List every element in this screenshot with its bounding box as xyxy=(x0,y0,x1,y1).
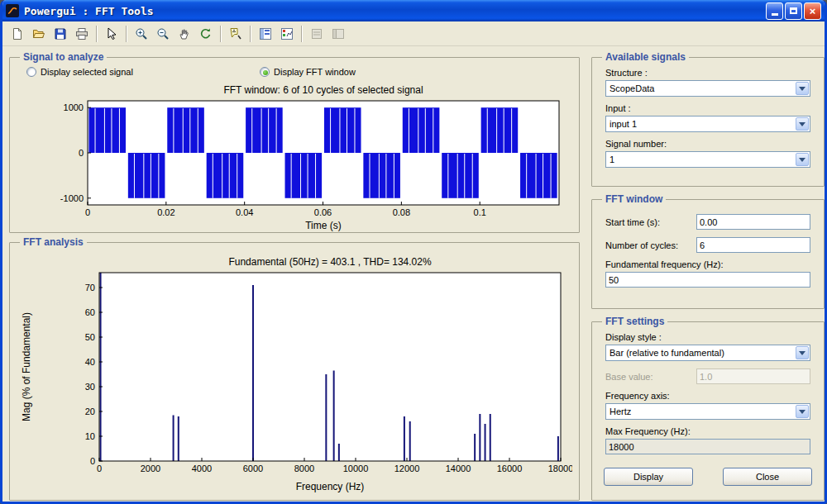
data-cursor-icon xyxy=(229,27,242,40)
svg-text:0: 0 xyxy=(97,464,102,473)
title-bar: Powergui : FFT Tools × xyxy=(2,0,825,21)
new-document-icon xyxy=(11,27,24,40)
matlab-figure-icon xyxy=(6,4,19,17)
chevron-down-icon xyxy=(796,82,809,95)
display-selected-signal-label: Display selected signal xyxy=(41,67,133,77)
signal-number-dropdown[interactable]: 1 xyxy=(605,151,810,168)
plot-browser-button[interactable] xyxy=(277,24,297,43)
pan-button[interactable] xyxy=(174,24,194,43)
svg-text:0.08: 0.08 xyxy=(393,207,410,217)
base-value-label: Base value: xyxy=(605,372,653,382)
signal-to-analyze-group: Signal to analyze Display selected signa… xyxy=(9,51,580,233)
svg-text:1000: 1000 xyxy=(64,102,84,112)
start-time-label: Start time (s): xyxy=(605,217,660,227)
fft-settings-group: FFT settings Display style : Bar (relati… xyxy=(591,316,825,501)
svg-text:4000: 4000 xyxy=(192,464,212,473)
print-button[interactable] xyxy=(72,24,92,43)
structure-dropdown-value: ScopeData xyxy=(609,83,654,93)
svg-text:Frequency (Hz): Frequency (Hz) xyxy=(296,481,365,492)
fft-settings-title: FFT settings xyxy=(602,316,667,327)
toolbar-separator xyxy=(301,26,303,42)
display-button[interactable]: Display xyxy=(604,468,693,486)
input-label: Input : xyxy=(605,103,810,113)
plot-tools-button xyxy=(328,24,348,43)
open-file-button[interactable] xyxy=(29,24,49,43)
minimize-icon xyxy=(772,13,778,16)
svg-text:10000: 10000 xyxy=(343,464,369,473)
structure-dropdown[interactable]: ScopeData xyxy=(605,80,810,97)
cursor-arrow-icon xyxy=(105,27,118,40)
minimize-button[interactable] xyxy=(766,2,783,20)
display-style-dropdown[interactable]: Bar (relative to fundamental) xyxy=(605,345,810,361)
svg-text:40: 40 xyxy=(85,357,95,367)
base-value-input xyxy=(696,368,810,384)
toolbar-separator xyxy=(220,26,222,42)
plot-tools-icon xyxy=(332,27,345,40)
fft-window-title: FFT window xyxy=(602,193,666,205)
zoom-out-button[interactable] xyxy=(153,24,173,43)
signal-number-label: Signal number: xyxy=(605,139,810,149)
svg-text:0: 0 xyxy=(90,456,95,466)
input-dropdown[interactable]: input 1 xyxy=(605,116,810,132)
printer-icon xyxy=(75,27,88,40)
save-button[interactable] xyxy=(50,24,70,43)
floppy-disk-icon xyxy=(54,27,67,40)
display-fft-window-radio[interactable]: Display FFT window xyxy=(260,67,356,77)
pointer-tool-button[interactable] xyxy=(102,24,122,43)
fundamental-frequency-input[interactable] xyxy=(605,272,810,288)
spectrum-plot: Fundamental (50Hz) = 403.1 , THD= 134.02… xyxy=(17,250,572,494)
maximize-button[interactable] xyxy=(785,2,802,20)
svg-text:16000: 16000 xyxy=(497,464,523,473)
svg-text:0.06: 0.06 xyxy=(314,207,332,217)
svg-text:50: 50 xyxy=(85,332,95,342)
svg-text:Time (s): Time (s) xyxy=(305,220,342,231)
frequency-axis-dropdown[interactable]: Hertz xyxy=(605,403,810,420)
frequency-axis-label: Frequency axis: xyxy=(605,391,810,401)
fundamental-frequency-label: Fundamental frequency (Hz): xyxy=(605,259,810,269)
svg-text:10: 10 xyxy=(85,431,95,441)
display-style-label: Display style : xyxy=(605,332,810,342)
fft-analysis-title: FFT analysis xyxy=(20,236,87,248)
svg-text:60: 60 xyxy=(85,307,95,317)
window-icon xyxy=(6,4,21,17)
close-button[interactable]: Close xyxy=(723,468,812,486)
plot-browser-icon xyxy=(280,27,294,40)
svg-text:30: 30 xyxy=(85,382,95,392)
radio-unchecked-icon xyxy=(26,67,36,77)
svg-text:14000: 14000 xyxy=(446,464,471,473)
number-of-cycles-input[interactable] xyxy=(696,237,810,253)
svg-text:Mag (% of Fundamental): Mag (% of Fundamental) xyxy=(21,312,32,421)
new-file-button[interactable] xyxy=(7,24,27,43)
max-frequency-label: Max Frequency (Hz): xyxy=(605,426,810,436)
display-style-dropdown-value: Bar (relative to fundamental) xyxy=(609,348,724,358)
fft-analysis-group: FFT analysis Fundamental (50Hz) = 403.1 … xyxy=(9,236,580,501)
svg-text:0: 0 xyxy=(85,207,90,217)
svg-text:-1000: -1000 xyxy=(60,193,84,203)
svg-text:6000: 6000 xyxy=(243,464,263,473)
open-folder-icon xyxy=(32,27,45,40)
maximize-icon xyxy=(790,7,797,14)
close-window-button[interactable]: × xyxy=(804,2,821,20)
chevron-down-icon xyxy=(796,346,809,359)
display-fft-window-label: Display FFT window xyxy=(274,67,356,77)
max-frequency-input[interactable] xyxy=(605,439,810,454)
figure-palette-button[interactable] xyxy=(256,24,275,43)
svg-text:12000: 12000 xyxy=(394,464,420,473)
number-of-cycles-label: Number of cycles: xyxy=(605,240,678,250)
powergui-fft-tools-window: Powergui : FFT Tools × xyxy=(0,0,827,504)
property-editor-icon xyxy=(310,27,323,40)
signal-to-analyze-title: Signal to analyze xyxy=(20,51,107,63)
display-selected-signal-radio[interactable]: Display selected signal xyxy=(26,67,133,77)
svg-text:18000: 18000 xyxy=(548,464,572,473)
svg-text:20: 20 xyxy=(85,407,95,416)
start-time-input[interactable] xyxy=(696,214,810,230)
chevron-down-icon xyxy=(796,405,809,418)
zoom-in-button[interactable] xyxy=(131,24,151,43)
input-dropdown-value: input 1 xyxy=(609,119,637,129)
radio-checked-icon xyxy=(260,67,270,77)
data-cursor-button[interactable] xyxy=(226,24,246,43)
svg-text:0: 0 xyxy=(79,148,84,158)
structure-label: Structure : xyxy=(605,68,810,78)
available-signals-group: Available signals Structure : ScopeData … xyxy=(591,51,825,187)
rotate-3d-button[interactable] xyxy=(196,24,216,43)
